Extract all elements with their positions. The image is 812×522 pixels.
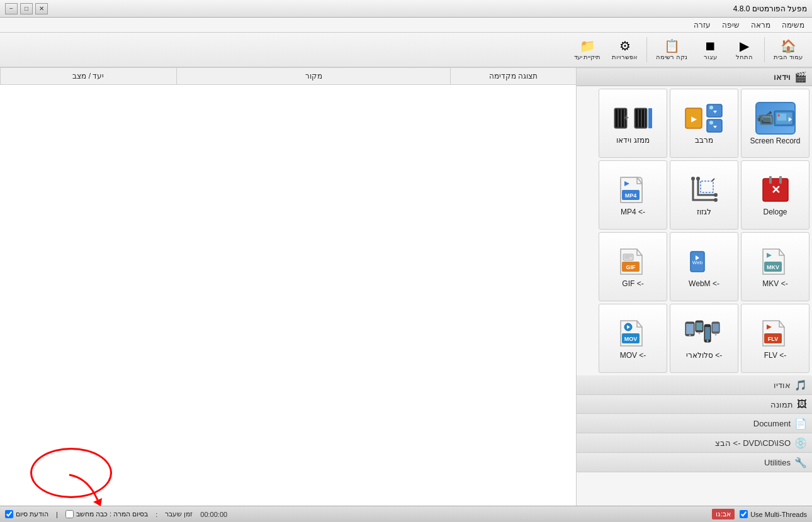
svg-point-31 bbox=[714, 198, 718, 202]
tool-deloge[interactable]: ✕ Deloge bbox=[741, 160, 809, 230]
minimize-button[interactable]: − bbox=[5, 3, 18, 14]
svg-rect-49 bbox=[623, 254, 633, 260]
tool-crop[interactable]: לגזוז bbox=[670, 160, 738, 230]
svg-rect-33 bbox=[701, 181, 713, 192]
mkv-icon: MKV bbox=[755, 245, 796, 278]
blend-video-icon: + bbox=[613, 102, 653, 135]
gif-icon: GIF bbox=[613, 245, 653, 278]
abort-label: אב:גו bbox=[712, 509, 735, 519]
audio-icon: 🎵 bbox=[794, 379, 807, 391]
tool-to-webm[interactable]: Web -> WebM bbox=[670, 232, 738, 301]
sidebar-scroll[interactable]: 🎬 וידאו bbox=[577, 68, 812, 506]
statusbar-right: 00:00:00 זמן שעבר : בסיום המרה : כבה מחש… bbox=[5, 510, 227, 518]
target-folder-button[interactable]: 📁 תיקיית יעד bbox=[570, 35, 606, 64]
close-button[interactable]: ✕ bbox=[35, 3, 48, 14]
shutdown-checkbox[interactable] bbox=[65, 510, 74, 518]
tool-mobile[interactable]: -> סלולארי bbox=[670, 304, 738, 373]
mp4-label: -> MP4 bbox=[621, 208, 645, 216]
deloge-label: Deloge bbox=[763, 208, 787, 216]
video-icon: 🎬 bbox=[794, 71, 807, 83]
category-dvd[interactable]: 💿 DVD\CD\ISO -> הבצ bbox=[577, 433, 812, 453]
utilities-icon: 🔧 bbox=[794, 457, 807, 469]
statusbar: Use Multi-Threads אב:גו 00:00:00 זמן שעב… bbox=[0, 506, 812, 522]
menu-item-tools[interactable]: שיפה bbox=[717, 19, 745, 31]
multi-threads-wrap: Use Multi-Threads bbox=[740, 510, 807, 518]
marbev-label: מרבב bbox=[695, 136, 713, 145]
flv-icon: FLV bbox=[755, 317, 796, 350]
svg-text:FLV: FLV bbox=[767, 336, 777, 342]
gif-label: -> GIF bbox=[622, 279, 643, 288]
notify-checkbox[interactable] bbox=[5, 510, 13, 518]
svg-point-29 bbox=[691, 177, 695, 180]
home-icon: 🏠 bbox=[781, 40, 796, 52]
tool-screen-record[interactable]: Screen Record bbox=[741, 89, 809, 158]
pause-button[interactable]: ▶ התחל bbox=[728, 35, 760, 64]
maximize-button[interactable]: □ bbox=[20, 3, 33, 14]
svg-point-32 bbox=[714, 193, 718, 197]
home-label: עמוד הבית bbox=[774, 53, 803, 60]
tool-to-mov[interactable]: MOV -> MOV bbox=[599, 304, 667, 373]
mov-icon: MOV bbox=[613, 317, 653, 350]
tool-to-mp4[interactable]: MP4 -> MP4 bbox=[599, 160, 667, 230]
tool-to-gif[interactable]: GIF -> GIF bbox=[599, 232, 667, 301]
home-button[interactable]: 🏠 עמוד הבית bbox=[769, 35, 807, 64]
column-header-target: יעד / מצב bbox=[0, 68, 176, 84]
toolbar-separator-2 bbox=[646, 37, 647, 62]
preview-header-label: תצוגה מקדימה bbox=[489, 72, 538, 81]
menu-item-task[interactable]: משימה bbox=[777, 19, 809, 31]
svg-rect-57 bbox=[686, 324, 694, 334]
shutdown-label: בסיום המרה : כבה מחשב bbox=[76, 510, 148, 518]
mobile-icon bbox=[684, 317, 725, 350]
titlebar: מפעל הפורמטים 4.8.0 − □ ✕ bbox=[0, 0, 812, 18]
separator-dot: : bbox=[155, 511, 157, 518]
screen-record-label: Screen Record bbox=[750, 136, 800, 145]
time-label: זמן שעבר bbox=[165, 510, 193, 518]
svg-text:MOV: MOV bbox=[624, 336, 637, 342]
video-tools-grid: Screen Record ▶ bbox=[577, 86, 812, 375]
crop-label: לגזוז bbox=[697, 208, 711, 216]
svg-point-4 bbox=[777, 114, 780, 116]
stop-button[interactable]: ⏹ עצור bbox=[694, 35, 726, 64]
preferences-button[interactable]: ⚙ אפשרויות bbox=[607, 35, 642, 64]
category-audio[interactable]: 🎵 אודיו bbox=[577, 375, 812, 395]
sidebar: 🎬 וידאו bbox=[576, 68, 812, 506]
svg-text:+: + bbox=[623, 113, 628, 123]
category-document[interactable]: 📄 Document bbox=[577, 414, 812, 433]
category-video[interactable]: 🎬 וידאו bbox=[577, 68, 812, 86]
preferences-label: אפשרויות bbox=[612, 53, 638, 60]
multi-threads-checkbox[interactable] bbox=[740, 510, 748, 518]
dvd-icon: 💿 bbox=[794, 437, 807, 449]
clear-button[interactable]: 📋 נקה רשימה bbox=[651, 35, 692, 64]
svg-point-11 bbox=[709, 121, 713, 125]
folder-icon: 📁 bbox=[580, 40, 595, 52]
screen-record-icon bbox=[755, 102, 796, 135]
svg-text:MP4: MP4 bbox=[624, 192, 636, 199]
toolbar-separator-1 bbox=[764, 37, 765, 62]
content-body bbox=[0, 85, 576, 506]
menubar: משימה מראה שיפה עזרה bbox=[0, 18, 812, 33]
document-icon: 📄 bbox=[794, 418, 807, 430]
column-header-preview: תצוגה מקדימה bbox=[450, 68, 576, 84]
video-category-label: וידאו bbox=[774, 72, 791, 82]
tool-blend-video[interactable]: + ממזג וידאו bbox=[599, 89, 667, 158]
audio-label: אודיו bbox=[774, 380, 791, 390]
tool-to-mkv[interactable]: MKV -> MKV bbox=[741, 232, 809, 301]
svg-rect-24 bbox=[648, 108, 652, 128]
content-area: תצוגה מקדימה מקור יעד / מצב bbox=[0, 68, 576, 506]
category-image[interactable]: 🖼 תמונה bbox=[577, 395, 812, 414]
main-area: 🎬 וידאו bbox=[0, 68, 812, 506]
svg-point-30 bbox=[696, 177, 700, 180]
flv-label: -> FLV bbox=[764, 351, 786, 360]
image-icon: 🖼 bbox=[797, 399, 807, 410]
tool-to-flv[interactable]: FLV -> FLV bbox=[741, 304, 809, 373]
menu-item-view[interactable]: מראה bbox=[746, 19, 775, 31]
shutdown-wrap: בסיום המרה : כבה מחשב bbox=[65, 510, 148, 518]
stop-label: עצור bbox=[704, 53, 717, 60]
toolbar: 🏠 עמוד הבית ▶ התחל ⏹ עצור 📋 נקה רשימה ⚙ … bbox=[0, 33, 812, 68]
svg-text:✕: ✕ bbox=[770, 184, 780, 196]
time-value: 00:00:00 bbox=[200, 511, 227, 518]
category-utilities[interactable]: 🔧 Utilities bbox=[577, 453, 812, 472]
svg-rect-66 bbox=[713, 324, 719, 331]
tool-marbev[interactable]: ▶ מרבב bbox=[670, 89, 738, 158]
menu-item-help[interactable]: עזרה bbox=[689, 19, 716, 31]
